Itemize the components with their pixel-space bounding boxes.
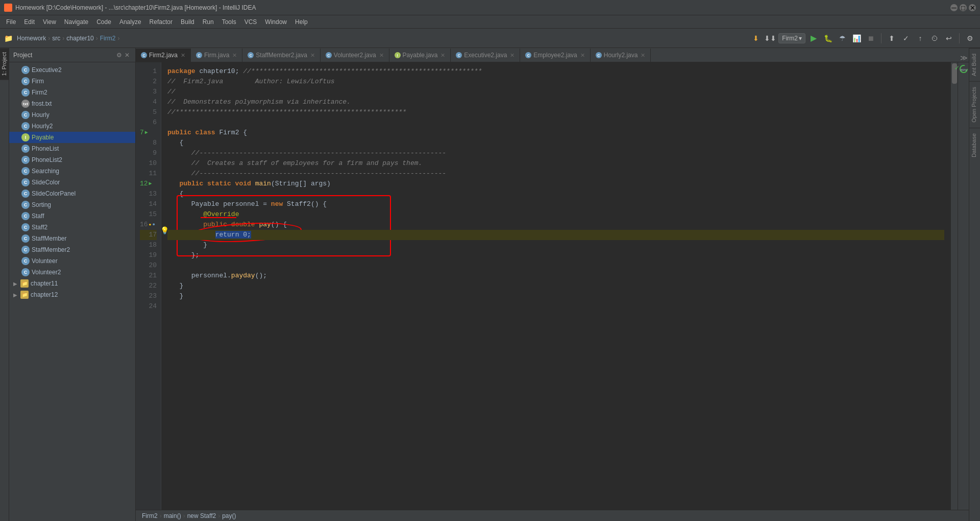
run-button[interactable]: ▶ [807,32,820,44]
breadcrumb-homework[interactable]: Homework [17,35,46,42]
tab-payable-java[interactable]: I Payable.java ✕ [389,49,451,62]
menu-navigate[interactable]: Navigate [60,17,92,27]
sidebar-item-volunteer2[interactable]: C Volunteer2 [9,267,135,278]
breadcrumb-main-method[interactable]: main() [164,512,181,519]
breadcrumb-firm2[interactable]: Firm2 [100,35,116,42]
menu-run[interactable]: Run [199,17,218,27]
close-button[interactable]: ✕ [969,4,976,11]
tab-firm-java[interactable]: C Firm.java ✕ [191,49,242,62]
editor-scrollbar[interactable]: ✓ [950,62,958,510]
tab-executive2-java[interactable]: C Executive2.java ✕ [451,49,520,62]
breadcrumb-sep1: › [48,35,50,42]
menu-build[interactable]: Build [177,17,199,27]
sidebar-item-label: Executive2 [32,66,62,74]
vcs-push-button[interactable]: ↑ [914,32,926,44]
sidebar-item-staff2[interactable]: C Staff2 [9,222,135,233]
tabs-overflow-button[interactable]: ≫ [959,54,969,62]
tab-close-employee2[interactable]: ✕ [580,52,585,59]
sidebar-item-label: StaffMember [32,235,66,242]
tab-close-firm2[interactable]: ✕ [181,52,185,59]
vcs-update-button[interactable]: ⬆ [886,32,898,44]
expand-icon: ▶ [13,281,20,287]
coverage-button[interactable]: ☂ [836,32,848,44]
tab-close-volunteer2[interactable]: ✕ [379,52,384,59]
class-icon: C [21,234,30,243]
sidebar-gear-button[interactable]: ⚙ [115,51,123,59]
tab-label-hourly2: Hourly2.java [604,52,638,59]
sidebar-item-label: StaffMember2 [32,246,70,253]
sidebar-item-executive2[interactable]: C Executive2 [9,64,135,76]
tab-label-firm: Firm.java [204,52,229,59]
menu-file[interactable]: File [2,17,20,27]
tab-hourly2-java[interactable]: C Hourly2.java ✕ [591,49,651,62]
sidebar-item-chapter12[interactable]: ▶ 📁 chapter12 [9,289,135,300]
minimize-button[interactable]: ─ [950,4,958,11]
sidebar-item-phonelist2[interactable]: C PhoneList2 [9,154,135,165]
tab-close-executive2[interactable]: ✕ [510,52,514,59]
sidebar-item-slidecolor[interactable]: C SlideColor [9,177,135,188]
sidebar-item-chapter11[interactable]: ▶ 📁 chapter11 [9,278,135,289]
open-projects-tab[interactable]: Open Projects [969,81,980,128]
download-button[interactable]: ⬇ [750,32,762,44]
menu-code[interactable]: Code [92,17,115,27]
sidebar-item-payable[interactable]: I Payable [9,132,135,143]
database-tab[interactable]: Database [969,128,980,162]
class-icon: C [21,268,30,276]
expand-icon: ▶ [13,292,20,298]
settings-button[interactable]: ⚙ [964,32,976,44]
menu-analyze[interactable]: Analyze [115,17,145,27]
profile-button[interactable]: 📊 [850,32,863,44]
ant-build-tab[interactable]: Ant Build [969,48,980,81]
code-editor[interactable]: 1 2 3 4 5 6 7 ▶ 8 9 10 11 12 ▶ 13 14 15 … [136,62,969,510]
run-config-dropdown[interactable]: Firm2 ▾ [778,33,805,43]
breadcrumb-firm2-class[interactable]: Firm2 [142,512,158,519]
tab-close-staffmember2[interactable]: ✕ [310,52,315,59]
menu-edit[interactable]: Edit [20,17,39,27]
menu-vcs[interactable]: VCS [240,17,261,27]
menu-tools[interactable]: Tools [218,17,240,27]
stop-button[interactable]: ⏹ [865,32,877,44]
tab-staffmember2-java[interactable]: C StaffMember2.java ✕ [242,49,321,62]
sidebar-item-staff[interactable]: C Staff [9,210,135,222]
project-tab[interactable]: 1: Project [0,48,9,80]
sidebar-item-frost[interactable]: txt frost.txt [9,98,135,109]
vcs-revert-button[interactable]: ↩ [943,32,955,44]
menu-view[interactable]: View [39,17,60,27]
breadcrumb-src[interactable]: src [52,35,60,42]
tab-volunteer2-java[interactable]: C Volunteer2.java ✕ [321,49,389,62]
tab-employee2-java[interactable]: C Employee2.java ✕ [520,49,590,62]
tab-close-firm[interactable]: ✕ [232,52,237,59]
tab-close-payable[interactable]: ✕ [440,52,445,59]
menu-refactor[interactable]: Refactor [145,17,177,27]
class-icon: C [21,66,30,74]
sidebar-item-firm[interactable]: C Firm [9,76,135,87]
menu-window[interactable]: Window [261,17,291,27]
maximize-button[interactable]: □ [960,4,967,11]
code-line-15: @Override [167,209,944,220]
tab-firm2-java[interactable]: C Firm2.java ✕ [136,49,191,62]
sidebar-item-hourly[interactable]: C Hourly [9,109,135,121]
sidebar-item-staffmember2[interactable]: C StaffMember2 [9,244,135,255]
right-gutter-panel: 89% [958,62,969,510]
sidebar-item-sorting[interactable]: C Sorting [9,199,135,210]
breadcrumb-new-staff2[interactable]: new Staff2 [187,512,216,519]
lightbulb-icon[interactable]: 💡 [161,226,169,236]
breadcrumb-pay-method[interactable]: pay() [222,512,236,519]
update-button[interactable]: ⬇⬇ [764,32,776,44]
vcs-commit-button[interactable]: ✓ [900,32,912,44]
sidebar-item-staffmember[interactable]: C StaffMember [9,233,135,244]
code-line-1: package chapter10; //*******************… [167,66,944,77]
menu-help[interactable]: Help [291,17,312,27]
vcs-history-button[interactable]: ⏲ [928,32,941,44]
sidebar-item-hourly2[interactable]: C Hourly2 [9,121,135,132]
sidebar-item-phonelist[interactable]: C PhoneList [9,143,135,154]
sidebar-item-firm2[interactable]: C Firm2 [9,87,135,98]
code-content[interactable]: package chapter10; //*******************… [161,62,950,510]
tab-close-hourly2[interactable]: ✕ [641,52,645,59]
breadcrumb-chapter10[interactable]: chapter10 [66,35,93,42]
sidebar-item-slidecolorpanel[interactable]: C SlideColorPanel [9,188,135,199]
sidebar-item-searching[interactable]: C Searching [9,165,135,177]
sidebar-item-volunteer[interactable]: C Volunteer [9,255,135,267]
debug-button[interactable]: 🐛 [822,32,834,44]
sidebar-close-button[interactable]: ✕ [123,51,131,59]
